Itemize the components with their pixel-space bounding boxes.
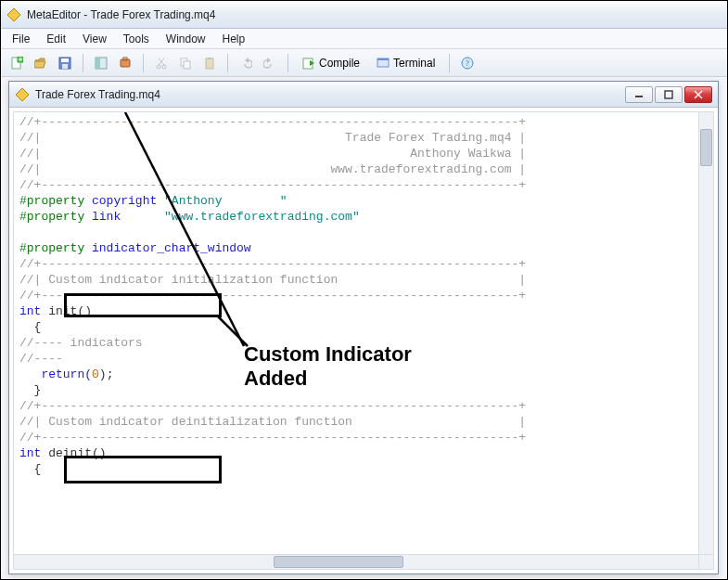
navigator-button[interactable]	[91, 53, 111, 73]
horizontal-scroll-thumb[interactable]	[274, 556, 403, 568]
menu-tools[interactable]: Tools	[116, 31, 157, 47]
compile-icon	[302, 57, 315, 70]
code-token: #property	[19, 210, 84, 224]
help-button[interactable]: ?	[457, 53, 478, 73]
menu-view[interactable]: View	[75, 31, 114, 47]
code-line: //+-------------------------------------…	[19, 289, 526, 303]
code-token: int	[19, 304, 41, 318]
new-file-button[interactable]	[6, 53, 27, 73]
code-token: #property	[19, 241, 84, 255]
code-token: indicator_chart_window	[84, 241, 250, 255]
svg-marker-20	[245, 58, 249, 63]
minimize-button[interactable]	[625, 86, 653, 103]
vertical-scroll-thumb[interactable]	[700, 129, 712, 166]
scrollbar-corner	[698, 554, 713, 569]
svg-point-12	[157, 65, 160, 69]
compile-label: Compile	[319, 57, 360, 70]
app-title: MetaEditor - Trade Forex Trading.mq4	[27, 8, 215, 21]
svg-rect-18	[206, 58, 213, 69]
document-titlebar[interactable]: Trade Forex Trading.mq4	[9, 82, 718, 108]
code-line: //---- indicators	[19, 336, 143, 350]
svg-rect-7	[62, 64, 68, 69]
toolbar: Compile Terminal ?	[1, 49, 727, 77]
code-line: {	[19, 462, 41, 476]
code-editor[interactable]: //+-------------------------------------…	[13, 111, 714, 570]
svg-marker-21	[267, 58, 271, 63]
code-line: }	[19, 383, 41, 397]
menu-help[interactable]: Help	[215, 31, 253, 47]
svg-rect-30	[665, 91, 672, 98]
code-token: init()	[41, 304, 92, 318]
menu-window[interactable]: Window	[159, 31, 213, 47]
code-line: //| Custom indicator initialization func…	[19, 273, 526, 287]
toolbar-separator	[83, 54, 83, 72]
code-token: copyright	[84, 194, 164, 208]
svg-rect-17	[184, 61, 190, 69]
horizontal-scrollbar[interactable]	[14, 554, 698, 569]
code-token: 0	[92, 367, 99, 381]
paste-button[interactable]	[199, 53, 220, 73]
code-token: deinit()	[41, 446, 106, 460]
app-icon	[6, 7, 21, 22]
svg-text:?: ?	[466, 58, 469, 68]
code-token: "Anthony "	[164, 194, 287, 208]
code-token: "www.tradeforextrading.com"	[164, 210, 360, 224]
code-token: return(	[19, 367, 92, 381]
close-button[interactable]	[684, 86, 712, 103]
code-line: //+-------------------------------------…	[19, 431, 526, 445]
terminal-button[interactable]: Terminal	[370, 53, 441, 73]
code-line: //+-------------------------------------…	[19, 399, 526, 413]
svg-rect-6	[61, 58, 69, 62]
code-line: //+-------------------------------------…	[19, 257, 526, 271]
menu-file[interactable]: File	[5, 31, 37, 47]
svg-marker-28	[16, 88, 29, 101]
open-file-button[interactable]	[31, 53, 51, 73]
menubar: File Edit View Tools Window Help	[1, 29, 727, 49]
code-line: //| Anthony Waikwa |	[19, 147, 526, 161]
svg-rect-19	[208, 58, 211, 59]
svg-marker-0	[7, 8, 20, 21]
toolbar-separator	[227, 54, 228, 72]
cut-button[interactable]	[151, 53, 172, 73]
document-icon	[15, 87, 30, 102]
code-line: //| Custom indicator deinitialization fu…	[19, 415, 526, 429]
code-line: //| www.tradeforextrading.com |	[19, 162, 526, 176]
redo-button[interactable]	[260, 53, 280, 73]
code-line: {	[19, 320, 41, 334]
code-token: );	[99, 367, 114, 381]
window-controls	[625, 86, 712, 103]
svg-rect-25	[377, 58, 389, 60]
svg-point-13	[162, 65, 166, 69]
undo-button[interactable]	[236, 53, 256, 73]
workspace: Trade Forex Trading.mq4 //+-------------…	[1, 77, 727, 579]
document-window: Trade Forex Trading.mq4 //+-------------…	[8, 81, 719, 574]
code-token: int	[19, 446, 41, 460]
code-content[interactable]: //+-------------------------------------…	[14, 112, 698, 554]
terminal-icon	[377, 57, 390, 70]
code-line: //+-------------------------------------…	[19, 178, 526, 192]
compile-button[interactable]: Compile	[296, 53, 366, 73]
maximize-button[interactable]	[655, 86, 683, 103]
terminal-label: Terminal	[393, 57, 435, 70]
toolbar-separator	[449, 54, 450, 72]
save-button[interactable]	[55, 53, 75, 73]
menu-edit[interactable]: Edit	[39, 31, 73, 47]
svg-rect-9	[96, 58, 100, 69]
code-token: link	[84, 210, 164, 224]
app-titlebar: MetaEditor - Trade Forex Trading.mq4	[1, 1, 727, 29]
toolbar-separator	[143, 54, 144, 72]
vertical-scrollbar[interactable]	[698, 112, 713, 554]
code-line: //+-------------------------------------…	[19, 115, 526, 129]
toolbar-separator	[287, 54, 288, 72]
code-token: #property	[19, 194, 84, 208]
copy-button[interactable]	[175, 53, 196, 73]
code-line: //| Trade Forex Trading.mq4 |	[19, 131, 526, 145]
toolbox-button[interactable]	[115, 53, 135, 73]
document-title: Trade Forex Trading.mq4	[35, 88, 619, 101]
code-line: //----	[19, 352, 63, 366]
